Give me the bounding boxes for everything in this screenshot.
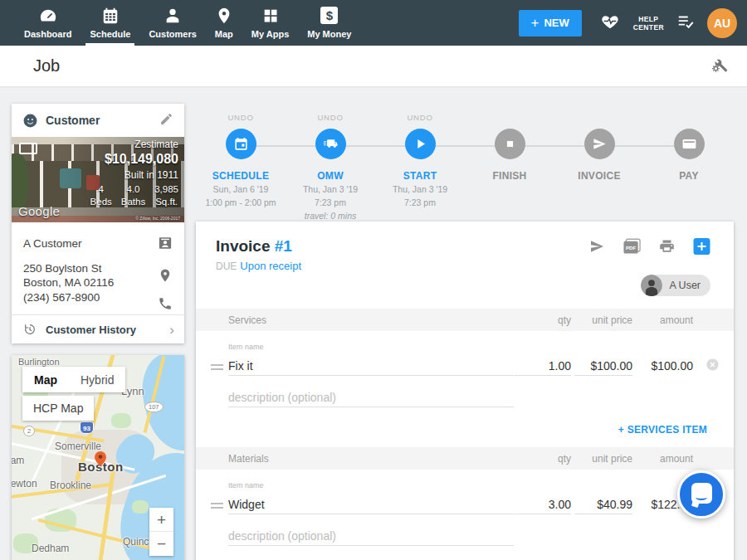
invoice-step-button[interactable] (584, 129, 615, 159)
material-item-name-input[interactable] (228, 494, 514, 514)
nav-item-my-apps[interactable]: My Apps (242, 0, 298, 46)
nav-item-label: Customers (149, 29, 196, 39)
col-qty: qty (515, 453, 571, 465)
history-icon (23, 323, 37, 336)
customer-phone-row: (234) 567-8900 (23, 290, 173, 304)
job-location-pin-icon (95, 451, 106, 470)
health-heart-icon[interactable] (600, 12, 620, 34)
property-photo[interactable]: Zestimate $10,149,080 Built in 1911 4Bed… (12, 137, 184, 222)
add-services-item-link[interactable]: + SERVICES ITEM (196, 417, 734, 447)
invoice-card: Invoice #1 DUEUpon receipt PDF A User (196, 222, 734, 560)
help-center-button[interactable]: HELP CENTER (633, 15, 664, 32)
job-settings-wrench-icon[interactable] (710, 56, 729, 77)
new-button[interactable]: + NEW (519, 10, 582, 37)
col-unit-price: unit price (574, 314, 632, 326)
material-description-input[interactable] (228, 526, 514, 546)
address-line-1: 250 Boylston St (23, 261, 151, 275)
item-name-label: Item name (228, 481, 264, 489)
hcp-map-button[interactable]: HCP Map (22, 396, 94, 421)
interstate-93-shield: 93 (80, 421, 94, 434)
step-omw: UNDO OMW Thu, Jan 3 '19 7:23 pm travel: … (286, 109, 375, 217)
play-icon (413, 136, 428, 152)
zestimate-value: $10,149,080 (90, 153, 178, 166)
property-stats: 4Beds 4.0Baths 3,985Sq.ft. (90, 185, 178, 207)
map-type-hybrid-button[interactable]: Hybrid (69, 367, 125, 392)
print-icon[interactable] (658, 238, 676, 255)
map-park (111, 413, 131, 428)
drag-handle-icon[interactable] (211, 503, 223, 511)
customer-history-label: Customer History (46, 324, 169, 336)
assignee-name: A User (669, 280, 701, 291)
stat-baths: 4.0Baths (121, 185, 145, 207)
undo-schedule-button[interactable]: UNDO (196, 113, 286, 123)
due-terms-link[interactable]: Upon receipt (240, 260, 301, 272)
nav-item-dashboard[interactable]: Dashboard (15, 0, 81, 46)
route-107-badge: 107 (144, 402, 164, 412)
assignee-chip[interactable]: A User (641, 275, 710, 296)
task-list-icon[interactable] (676, 12, 696, 34)
col-amount: amount (635, 314, 693, 326)
nav-item-schedule[interactable]: Schedule (81, 0, 139, 46)
nav-item-my-money[interactable]: My Money (298, 0, 360, 46)
material-item-price-input[interactable] (574, 494, 632, 514)
location-pin-icon[interactable] (158, 268, 173, 286)
customer-address: 250 Boylston St Boston, MA 02116 (23, 261, 151, 290)
schedule-step-button[interactable] (226, 129, 256, 159)
step-invoice: INVOICE (554, 109, 644, 217)
route-2-badge: 2 (23, 426, 35, 436)
delete-item-icon[interactable] (706, 358, 720, 375)
zoom-out-button[interactable]: − (149, 532, 173, 556)
nav-item-customers[interactable]: Customers (139, 0, 205, 46)
invoice-number: #1 (275, 237, 292, 255)
map-type-map-button[interactable]: Map (22, 367, 69, 392)
undo-start-button[interactable]: UNDO (375, 113, 465, 123)
street-view-icon[interactable] (19, 143, 37, 154)
credit-card-icon (681, 136, 697, 152)
phone-icon[interactable] (158, 296, 173, 314)
omw-step-button[interactable] (315, 129, 346, 159)
map-widget[interactable]: Burlington Lynn Somerville ham Boston Ne… (12, 355, 184, 560)
zoom-in-button[interactable]: + (149, 508, 173, 532)
send-invoice-icon[interactable] (588, 238, 606, 255)
step-pay: PAY (644, 109, 734, 217)
step-start: UNDO START Thu, Jan 3 '19 7:23 pm (375, 109, 465, 217)
money-icon (307, 7, 351, 27)
pay-step-button[interactable] (674, 129, 705, 159)
undo-omw-button[interactable]: UNDO (286, 113, 375, 123)
address-line-2: Boston, MA 02116 (23, 275, 151, 290)
google-logo: Google (18, 204, 60, 218)
chat-launcher-button[interactable] (677, 470, 725, 519)
services-section-header: Services qty unit price amount (196, 309, 734, 331)
map-label-brookline: Brookline (50, 480, 91, 491)
contact-card-icon[interactable] (158, 236, 173, 254)
nav-item-map[interactable]: Map (206, 0, 242, 46)
nav-item-label: My Apps (251, 29, 289, 39)
page-header: Job (0, 46, 747, 87)
edit-pencil-icon[interactable] (159, 112, 173, 129)
start-step-button[interactable] (405, 129, 436, 159)
add-invoice-item-icon[interactable] (693, 238, 710, 255)
user-avatar[interactable]: AU (707, 8, 737, 38)
service-item-name-input[interactable] (228, 356, 514, 376)
service-description-input[interactable] (228, 387, 514, 407)
material-item-qty-input[interactable] (515, 494, 571, 514)
chevron-right-icon: › (169, 323, 174, 337)
invoice-due: DUEUpon receipt (216, 260, 301, 272)
page-title: Job (33, 56, 60, 75)
service-item-amount: $100.00 (635, 359, 693, 373)
service-item-price-input[interactable] (574, 356, 632, 376)
customer-address-row: 250 Boylston St Boston, MA 02116 (23, 261, 173, 290)
customer-info: A Customer 250 Boylston St Boston, MA 02… (12, 222, 184, 314)
customer-history-button[interactable]: Customer History › (12, 314, 184, 343)
pdf-icon[interactable]: PDF (623, 238, 641, 255)
invoice-title-text: Invoice (216, 237, 270, 255)
add-materials-item-link[interactable]: + MATERIALS ITEM (196, 556, 734, 560)
stop-icon (502, 136, 518, 152)
drag-handle-icon[interactable] (211, 364, 223, 373)
finish-step-button[interactable] (495, 129, 525, 159)
materials-section-header: Materials qty unit price amount (196, 447, 734, 470)
nav-items: Dashboard Schedule Customers Map My Apps (15, 0, 360, 46)
service-item-qty-input[interactable] (515, 356, 571, 376)
built-year: Built in 1911 (90, 170, 178, 180)
col-amount: amount (635, 453, 693, 465)
